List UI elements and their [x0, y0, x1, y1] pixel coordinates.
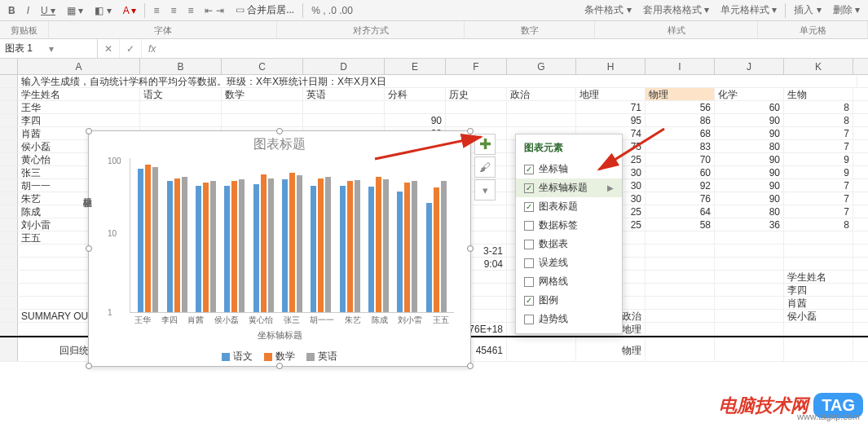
- table-row: 王华7156608: [0, 101, 868, 114]
- col-header[interactable]: B: [140, 59, 222, 74]
- underline-button[interactable]: U ▾: [37, 3, 59, 18]
- chart-element-option[interactable]: 数据表: [516, 235, 622, 253]
- font-color-button[interactable]: A ▾: [120, 3, 140, 18]
- chart-element-option[interactable]: 趋势线: [516, 310, 622, 328]
- embedded-chart[interactable]: 图表标题 坐标轴标题 1 10 100 王华李四肖茜侯小磊黄心怡张三胡一一朱艺陈…: [88, 130, 471, 367]
- x-axis-title[interactable]: 坐标轴标题: [89, 329, 470, 341]
- checkbox-icon[interactable]: [524, 258, 534, 268]
- col-header[interactable]: I: [645, 59, 715, 74]
- watermark-url: www.tagxp.com: [797, 412, 860, 421]
- group-font: 字体: [49, 21, 277, 38]
- cond-format-button[interactable]: 条件格式 ▾: [581, 2, 634, 19]
- resize-handle[interactable]: [467, 128, 474, 134]
- fx-icon[interactable]: fx: [142, 43, 162, 55]
- chart-side-tools: ✚ 🖌 ▾: [474, 134, 496, 200]
- col-header[interactable]: C: [222, 59, 303, 74]
- chart-title[interactable]: 图表标题: [89, 131, 470, 158]
- ribbon-toolbar: B I U ▾ ▦ ▾ ◧ ▾ A ▾ ≡ ≡ ≡ ⇤ ⇥ ▭ 合并后居... …: [0, 0, 868, 21]
- col-header[interactable]: J: [715, 59, 784, 74]
- group-number: 数字: [465, 21, 595, 38]
- col-header[interactable]: G: [507, 59, 576, 74]
- checkbox-icon[interactable]: ✓: [524, 165, 534, 174]
- delete-button[interactable]: 删除 ▾: [830, 2, 863, 19]
- col-header[interactable]: D: [303, 59, 385, 74]
- resize-handle[interactable]: [467, 245, 474, 252]
- resize-handle[interactable]: [276, 128, 283, 134]
- indent-button[interactable]: ⇤ ⇥: [201, 3, 227, 18]
- bold-button[interactable]: B: [5, 3, 19, 18]
- col-header[interactable]: H: [576, 59, 645, 74]
- chart-element-option[interactable]: 网格线: [516, 272, 622, 291]
- col-header[interactable]: K: [784, 59, 853, 74]
- popup-title: 图表元素: [516, 139, 622, 160]
- col-header[interactable]: E: [385, 59, 446, 74]
- table-row: 输入学生成绩，自动统计学科的平均分等数据。班级：X年X班统计日期：X年X月X日: [0, 75, 868, 88]
- fill-color-button[interactable]: ◧ ▾: [91, 3, 114, 18]
- resize-handle[interactable]: [467, 363, 474, 369]
- chevron-right-icon: ▶: [607, 183, 614, 192]
- chart-legend[interactable]: 语文 数学 英语: [89, 350, 470, 364]
- merge-button[interactable]: ▭ 合并后居...: [232, 2, 297, 19]
- table-row: 李四909586908: [0, 114, 868, 127]
- chart-element-option[interactable]: ✓图表标题: [516, 197, 622, 216]
- chart-element-option[interactable]: ✓图例: [516, 291, 622, 310]
- align-left-button[interactable]: ≡: [150, 3, 162, 18]
- group-align: 对齐方式: [277, 21, 465, 38]
- italic-button[interactable]: I: [24, 3, 33, 18]
- checkbox-icon[interactable]: ✓: [524, 296, 534, 306]
- table-format-button[interactable]: 套用表格格式 ▾: [640, 2, 712, 19]
- chart-element-option[interactable]: ✓坐标轴标题▶: [516, 178, 622, 197]
- resize-handle[interactable]: [86, 363, 92, 369]
- checkbox-icon[interactable]: [524, 240, 534, 249]
- group-cells: 单元格: [758, 21, 868, 38]
- col-header[interactable]: F: [446, 59, 507, 74]
- cell-style-button[interactable]: 单元格样式 ▾: [717, 2, 780, 19]
- title-cell[interactable]: 输入学生成绩，自动统计学科的平均分等数据。班级：X年X班统计日期：X年X月X日: [18, 75, 857, 87]
- group-clipboard: 剪贴板: [0, 21, 49, 38]
- checkbox-icon[interactable]: ✓: [524, 183, 534, 193]
- table-row: 学生姓名 语文 数学 英语 分科 历史 政治 地理 物理 化学 生物: [0, 88, 868, 101]
- cancel-icon[interactable]: ✕: [98, 39, 120, 58]
- ribbon-group-labels: 剪贴板 字体 对齐方式 数字 样式 单元格: [0, 21, 868, 39]
- number-format-button[interactable]: % , .0 .00: [308, 3, 356, 18]
- formula-bar: 图表 1▾ ✕ ✓ fx: [0, 39, 868, 59]
- chart-element-option[interactable]: 误差线: [516, 253, 622, 272]
- group-styles: 样式: [595, 21, 758, 38]
- border-button[interactable]: ▦ ▾: [64, 3, 86, 18]
- col-header[interactable]: A: [18, 59, 140, 74]
- name-box[interactable]: 图表 1▾: [0, 39, 98, 58]
- checkbox-icon[interactable]: [524, 315, 534, 324]
- align-right-button[interactable]: ≡: [184, 3, 196, 18]
- chart-elements-button[interactable]: ✚: [474, 134, 496, 155]
- chart-element-option[interactable]: ✓坐标轴: [516, 160, 622, 178]
- checkbox-icon[interactable]: [524, 221, 534, 231]
- insert-button[interactable]: 插入 ▾: [791, 2, 824, 19]
- chart-elements-popup: 图表元素 ✓坐标轴✓坐标轴标题▶✓图表标题数据标签数据表误差线网格线✓图例趋势线: [515, 134, 623, 334]
- column-headers: A B C D E F G H I J K: [0, 59, 868, 75]
- checkbox-icon[interactable]: ✓: [524, 202, 534, 212]
- chart-element-option[interactable]: 数据标签: [516, 216, 622, 235]
- confirm-icon[interactable]: ✓: [120, 39, 142, 58]
- chart-styles-button[interactable]: 🖌: [474, 156, 496, 178]
- resize-handle[interactable]: [86, 245, 92, 252]
- resize-handle[interactable]: [276, 363, 283, 369]
- checkbox-icon[interactable]: [524, 277, 534, 287]
- resize-handle[interactable]: [86, 128, 92, 134]
- chart-plot-area[interactable]: 坐标轴标题 1 10 100: [130, 158, 454, 313]
- align-center-button[interactable]: ≡: [167, 3, 179, 18]
- chart-filter-button[interactable]: ▾: [474, 179, 496, 200]
